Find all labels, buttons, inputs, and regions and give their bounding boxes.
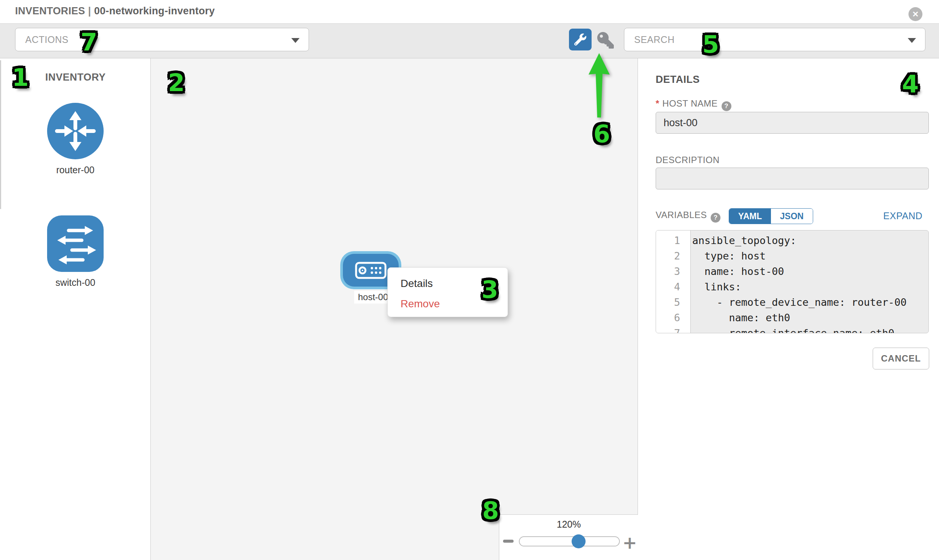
palette-item-label: router-00	[47, 165, 103, 175]
host-icon	[355, 262, 387, 279]
zoom-out-button[interactable]	[503, 540, 513, 543]
context-menu: Details Remove	[387, 268, 508, 317]
breadcrumb-separator: |	[85, 5, 94, 17]
router-icon	[47, 103, 103, 159]
topology-canvas[interactable]: host-00 Details Remove 120% +	[151, 58, 638, 560]
editor-lines: 1ansible_topology: 2 type: host 3 name: …	[656, 231, 928, 333]
actions-dropdown[interactable]: ACTIONS	[15, 28, 309, 51]
context-menu-details[interactable]: Details	[401, 278, 433, 289]
required-marker: *	[656, 98, 659, 108]
search-input: SEARCH	[634, 34, 674, 45]
code-line: 1ansible_topology:	[656, 233, 928, 248]
code-line: 2 type: host	[656, 248, 928, 264]
description-field[interactable]	[656, 168, 929, 189]
host-name-field[interactable]	[656, 112, 929, 134]
zoom-widget: 120% +	[499, 514, 638, 560]
zoom-slider-track[interactable]	[519, 536, 620, 546]
toggle-json[interactable]: JSON	[771, 209, 813, 224]
sidebar-scrollbar[interactable]	[0, 60, 1, 209]
variables-format-toggle: YAML JSON	[729, 208, 813, 224]
page-title: INVENTORIES|00-networking-inventory	[15, 5, 215, 17]
host-node-label: host-00	[354, 291, 392, 303]
chevron-down-icon	[908, 38, 916, 43]
header: INVENTORIES|00-networking-inventory ✕	[0, 0, 939, 23]
palette-item-router[interactable]: router-00	[47, 103, 103, 175]
inventory-name: 00-networking-inventory	[94, 5, 215, 17]
zoom-level: 120%	[499, 519, 638, 530]
chevron-down-icon	[291, 38, 299, 43]
toggle-yaml[interactable]: YAML	[729, 209, 771, 224]
breadcrumb: INVENTORIES	[15, 5, 85, 17]
switch-icon	[47, 215, 103, 272]
search-dropdown[interactable]: SEARCH	[624, 28, 925, 51]
code-line: 5 - remote_device_name: router-00	[656, 294, 928, 310]
code-line: 4 links:	[656, 279, 928, 294]
code-line: 7 remote_interface_name: eth0	[656, 325, 928, 333]
palette-item-switch[interactable]: switch-00	[47, 215, 103, 288]
zoom-in-button[interactable]: +	[623, 532, 637, 553]
wrench-icon	[574, 34, 586, 46]
toolbar: ACTIONS SEARCH	[0, 23, 939, 58]
cancel-button[interactable]: CANCEL	[873, 348, 929, 369]
host-name-label: *HOST NAME?	[656, 98, 731, 111]
actions-dropdown-label: ACTIONS	[25, 34, 69, 45]
palette-item-label: switch-00	[47, 277, 103, 288]
variables-editor[interactable]: 1ansible_topology: 2 type: host 3 name: …	[656, 230, 929, 333]
description-label: DESCRIPTION	[656, 155, 720, 165]
inventory-sidebar: INVENTORY router-00	[0, 58, 151, 560]
expand-link[interactable]: EXPAND	[883, 211, 922, 222]
code-line: 6 name: eth0	[656, 310, 928, 325]
code-line: 3 name: host-00	[656, 264, 928, 279]
help-icon[interactable]: ?	[722, 101, 731, 111]
zoom-slider-thumb[interactable]	[572, 534, 586, 548]
close-icon: ✕	[912, 10, 919, 19]
context-menu-remove[interactable]: Remove	[401, 298, 440, 310]
details-heading: DETAILS	[656, 74, 700, 86]
details-panel: DETAILS *HOST NAME? DESCRIPTION VARIABLE…	[638, 58, 939, 560]
key-icon[interactable]	[597, 32, 614, 49]
inventory-topology-screen: INVENTORIES|00-networking-inventory ✕ AC…	[0, 0, 939, 560]
variables-label: VARIABLES?	[656, 210, 720, 223]
tools-button[interactable]	[569, 29, 592, 51]
close-button[interactable]: ✕	[908, 7, 922, 21]
help-icon[interactable]: ?	[711, 213, 720, 223]
sidebar-heading: INVENTORY	[45, 72, 106, 83]
